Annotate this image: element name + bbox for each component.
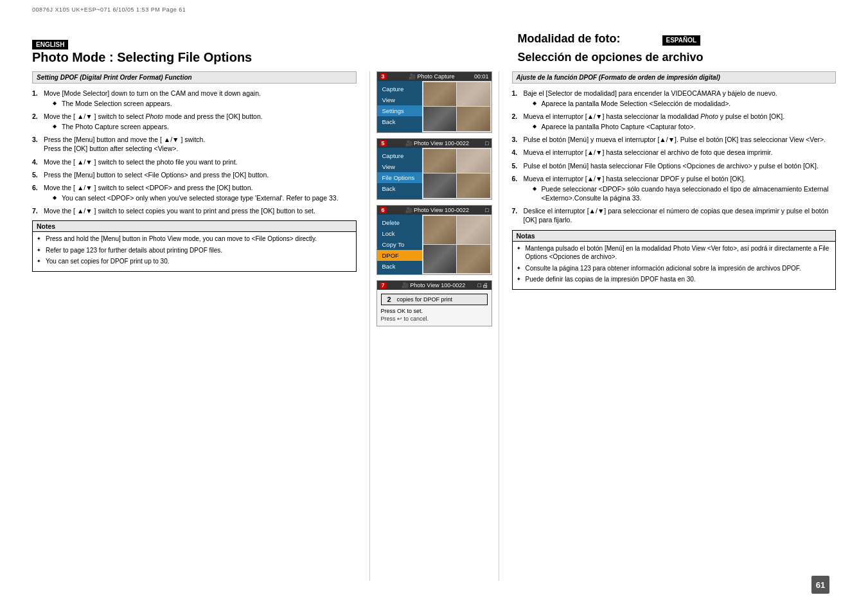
panel-3-header: 3 🎥 Photo Capture 00:01 bbox=[377, 72, 492, 81]
menu-back: Back bbox=[377, 116, 422, 127]
panel-5-title: 🎥 Photo View 100-0022 bbox=[405, 140, 469, 147]
english-function-bar: Setting DPOF (Digital Print Order Format… bbox=[32, 71, 357, 84]
thumb-6-1 bbox=[423, 216, 457, 244]
thumb-5-1 bbox=[423, 149, 457, 173]
menu-settings: Settings bbox=[377, 105, 422, 116]
menu-view: View bbox=[377, 94, 422, 105]
english-notes-header: Notes bbox=[33, 221, 356, 232]
panel-6-body: Delete Lock Copy To DPOF Back bbox=[377, 215, 492, 274]
es-bullet-1: Aparece la pantalla Mode Selection <Sele… bbox=[533, 99, 837, 108]
spanish-badge: ESPAÑOL bbox=[662, 35, 701, 46]
page-wrapper: 00876J X105 UK+ESP~071 6/10/05 1:53 PM P… bbox=[0, 0, 868, 613]
menu-lock-6: Lock bbox=[377, 228, 422, 239]
menu-back-5: Back bbox=[377, 183, 422, 194]
panel-6-num: 6 bbox=[380, 207, 387, 213]
thumb-6-4 bbox=[457, 245, 490, 273]
es-step-5: 5. Pulse el botón [Menú] hasta seleccion… bbox=[512, 161, 837, 170]
panel-7-header: 7 🎥 Photo View 100-0022 □ 🖨 bbox=[377, 281, 492, 290]
header-row: ENGLISH Photo Mode : Selecting File Opti… bbox=[32, 32, 836, 69]
panel-3-thumbs bbox=[422, 81, 492, 132]
menu-capture-5: Capture bbox=[377, 150, 422, 161]
menu-fileoptions-5: File Options bbox=[377, 172, 422, 183]
es-bullet-6: Puede seleccionar <DPOF> sólo cuando hay… bbox=[533, 184, 837, 202]
en-step-6: 6. Move the [ ▲/▼ ] switch to select <DP… bbox=[32, 183, 357, 202]
copies-label: copies for DPOF print bbox=[397, 296, 453, 303]
es-note-1: Mantenga pulsado el botón [Menú] en la m… bbox=[517, 244, 832, 262]
panel-5-menu: Capture View File Options Back bbox=[377, 148, 422, 199]
panel-3-menu: Capture View Settings Back bbox=[377, 81, 422, 132]
en-bullet-1: The Mode Selection screen appears. bbox=[53, 99, 357, 108]
en-note-1: Press and hold the [Menu] button in Phot… bbox=[37, 235, 352, 244]
panel-3: 3 🎥 Photo Capture 00:01 Capture View Set… bbox=[376, 71, 492, 133]
es-step-1: 1. Baje el [Selector de modalidad] para … bbox=[512, 89, 837, 108]
spanish-title-line2: Selección de opciones de archivo bbox=[518, 51, 704, 65]
spanish-notes-content: Mantenga pulsado el botón [Menú] en la m… bbox=[513, 242, 836, 289]
thumb-2 bbox=[457, 82, 490, 107]
panel-6-header: 6 🎥 Photo View 100-0022 □ bbox=[377, 206, 492, 215]
panel-6-menu: Delete Lock Copy To DPOF Back bbox=[377, 215, 422, 274]
en-step-1: 1. Move [Mode Selector] down to turn on … bbox=[32, 89, 357, 108]
main-two-col: Setting DPOF (Digital Print Order Format… bbox=[32, 71, 836, 581]
panel-5-body: Capture View File Options Back bbox=[377, 148, 492, 199]
english-notes-content: Press and hold the [Menu] button in Phot… bbox=[33, 232, 356, 271]
panel-6-title: 🎥 Photo View 100-0022 bbox=[405, 207, 469, 213]
panel-7-title: 🎥 Photo View 100-0022 bbox=[402, 282, 465, 289]
panel-3-title: 🎥 Photo Capture bbox=[409, 73, 455, 80]
spanish-function-bar: Ajuste de la función DPOF (Formato de or… bbox=[512, 71, 837, 84]
content-area: ENGLISH Photo Mode : Selecting File Opti… bbox=[32, 32, 836, 581]
english-column: Setting DPOF (Digital Print Order Format… bbox=[32, 71, 370, 581]
spanish-title-line1: Modalidad de foto: ESPAÑOL bbox=[518, 32, 704, 47]
thumb-6-3 bbox=[423, 245, 457, 273]
header-es: Modalidad de foto: ESPAÑOL Selección de … bbox=[505, 32, 837, 69]
en-note-2: Refer to page 123 for further details ab… bbox=[37, 246, 352, 255]
menu-delete-6: Delete bbox=[377, 217, 422, 228]
en-bullet-2: The Photo Capture screen appears. bbox=[53, 122, 357, 131]
panel-6: 6 🎥 Photo View 100-0022 □ Delete Lock Co… bbox=[376, 205, 492, 275]
spanish-column: Ajuste de la función DPOF (Formato de or… bbox=[499, 71, 837, 581]
thumb-1 bbox=[423, 82, 457, 107]
panel-3-num: 3 bbox=[380, 73, 387, 80]
thumb-6-2 bbox=[457, 216, 490, 244]
thumb-5-2 bbox=[457, 149, 490, 173]
es-step-3: 3. Pulse el botón [Menú] y mueva el inte… bbox=[512, 135, 837, 144]
copies-row: 2 copies for DPOF print bbox=[381, 294, 488, 305]
panel-5-num: 5 bbox=[380, 140, 387, 147]
panel-7: 7 🎥 Photo View 100-0022 □ 🖨 2 copies for… bbox=[376, 280, 492, 326]
panel-5-header: 5 🎥 Photo View 100-0022 □ bbox=[377, 139, 492, 148]
es-step-6: 6. Mueva el interruptor [▲/▼] hasta sele… bbox=[512, 174, 837, 203]
spanish-notes-box: Notas Mantenga pulsado el botón [Menú] e… bbox=[512, 230, 837, 290]
meta-line: 00876J X105 UK+ESP~071 6/10/05 1:53 PM P… bbox=[32, 6, 186, 13]
english-notes-box: Notes Press and hold the [Menu] button i… bbox=[32, 220, 357, 272]
spanish-notes-header: Notas bbox=[513, 231, 836, 242]
panel-3-body: Capture View Settings Back bbox=[377, 81, 492, 132]
panel-5-thumbs bbox=[422, 148, 492, 199]
en-step-7: 7. Move the [ ▲/▼ ] switch to select cop… bbox=[32, 206, 357, 215]
panel-7-body: 2 copies for DPOF print Press OK to set.… bbox=[377, 290, 492, 326]
thumb-5-4 bbox=[457, 173, 490, 198]
en-note-3: You can set copies for DPOF print up to … bbox=[37, 257, 352, 266]
english-title: Photo Mode : Selecting File Options bbox=[32, 49, 351, 65]
panel-6-thumbs bbox=[422, 215, 492, 274]
menu-copyto-6: Copy To bbox=[377, 239, 422, 250]
menu-view-5: View bbox=[377, 161, 422, 172]
es-note-3: Puede definir las copias de la impresión… bbox=[517, 275, 832, 284]
es-step-2: 2. Mueva el interruptor [▲/▼] hasta sele… bbox=[512, 112, 837, 131]
en-bullet-6: You can select <DPOF> only when you've s… bbox=[53, 193, 357, 202]
menu-back-6: Back bbox=[377, 261, 422, 272]
es-step-7: 7. Deslice el interruptor [▲/▼] para sel… bbox=[512, 206, 837, 224]
thumb-4 bbox=[457, 107, 490, 131]
press-cancel-row: Press ↩ to cancel. bbox=[381, 315, 488, 322]
menu-dpof-6: DPOF bbox=[377, 250, 422, 261]
press-ok-row: Press OK to set. bbox=[381, 308, 488, 314]
images-column: 3 🎥 Photo Capture 00:01 Capture View Set… bbox=[370, 71, 499, 581]
en-step-5: 5. Press the [Menu] button to select <Fi… bbox=[32, 170, 357, 179]
menu-capture: Capture bbox=[377, 84, 422, 94]
en-step-4: 4. Move the [ ▲/▼ ] switch to select the… bbox=[32, 157, 357, 166]
es-step-4: 4. Mueva el interruptor [▲/▼] hasta sele… bbox=[512, 148, 837, 157]
thumb-5-3 bbox=[423, 173, 457, 198]
english-badge: ENGLISH bbox=[32, 40, 68, 49]
page-number-badge: 61 bbox=[811, 576, 829, 594]
header-en: ENGLISH Photo Mode : Selecting File Opti… bbox=[32, 40, 351, 69]
copies-number: 2 bbox=[384, 296, 394, 303]
panel-7-num: 7 bbox=[380, 282, 387, 289]
